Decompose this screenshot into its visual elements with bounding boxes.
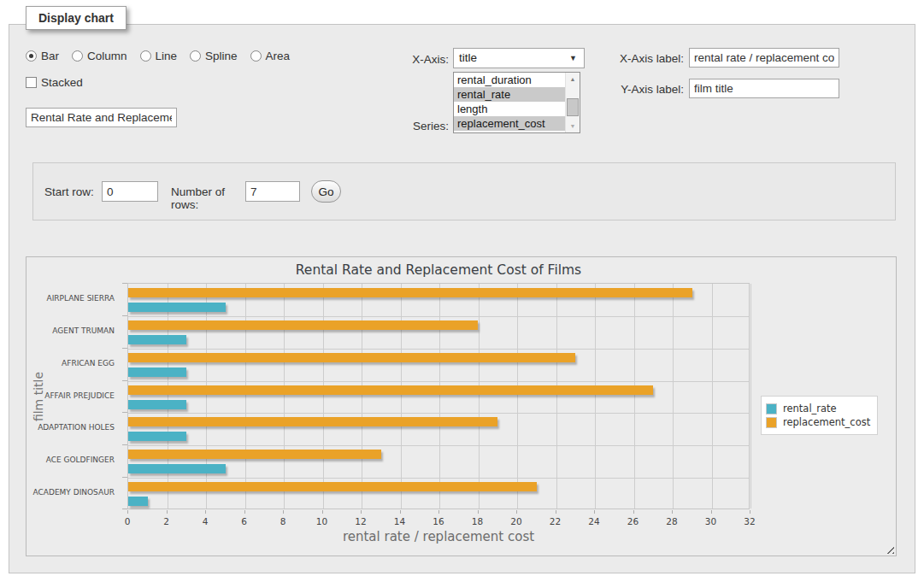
x-axis-label: X-Axis: bbox=[363, 53, 449, 66]
bar-rental_rate bbox=[128, 497, 148, 506]
start-row-label: Start row: bbox=[44, 185, 97, 198]
gridline bbox=[712, 284, 713, 509]
series-label: Series: bbox=[363, 120, 449, 132]
bar-rental_rate bbox=[128, 400, 186, 409]
chart-container: Rental Rate and Replacement Cost of Film… bbox=[26, 256, 897, 556]
bar-rental_rate bbox=[128, 432, 186, 441]
chart-type-radio-line[interactable]: Line bbox=[140, 50, 178, 62]
series-option-rental_rate[interactable]: rental_rate bbox=[454, 87, 565, 102]
chart-type-radio-bar[interactable]: Bar bbox=[26, 50, 59, 62]
bar-rental_rate bbox=[128, 367, 186, 377]
radio-label: Spline bbox=[205, 50, 238, 62]
y-tick-mark bbox=[122, 477, 127, 478]
bar-replacement_cost bbox=[128, 450, 381, 459]
chart-title: Rental Rate and Replacement Cost of Film… bbox=[127, 262, 750, 278]
radio-icon[interactable] bbox=[26, 50, 37, 62]
x-tick-label: 14 bbox=[387, 516, 413, 526]
gridline bbox=[401, 284, 402, 509]
x-tick-mark bbox=[711, 510, 712, 514]
x-tick-label: 32 bbox=[737, 516, 762, 526]
number-of-rows-label: Number of rows: bbox=[171, 185, 243, 211]
x-tick-mark bbox=[400, 510, 401, 514]
scroll-down-icon[interactable]: ▼ bbox=[566, 120, 580, 132]
resize-handle-icon[interactable] bbox=[884, 544, 894, 554]
x-axis-title: rental rate / replacement cost bbox=[127, 529, 750, 544]
x-tick-label: 6 bbox=[232, 516, 257, 526]
x-tick-label: 0 bbox=[115, 516, 140, 526]
go-button[interactable]: Go bbox=[311, 180, 341, 203]
chart-title-input[interactable] bbox=[26, 108, 177, 127]
x-tick-label: 24 bbox=[581, 516, 607, 526]
gridline bbox=[128, 413, 749, 414]
stacked-checkbox[interactable] bbox=[26, 77, 37, 88]
gridline bbox=[362, 284, 362, 509]
gridline bbox=[168, 284, 168, 509]
bar-rental_rate bbox=[128, 335, 186, 344]
number-of-rows-input[interactable] bbox=[245, 181, 300, 202]
series-listbox[interactable]: rental_durationrental_ratelengthreplacem… bbox=[453, 72, 580, 133]
bar-replacement_cost bbox=[128, 482, 537, 491]
legend-swatch bbox=[766, 403, 777, 414]
rows-panel bbox=[32, 162, 896, 220]
x-tick-mark bbox=[516, 510, 517, 514]
gridline bbox=[128, 349, 749, 350]
radio-icon[interactable] bbox=[72, 50, 83, 62]
chart-type-radio-column[interactable]: Column bbox=[72, 50, 127, 62]
gridline bbox=[206, 284, 207, 509]
series-option-rental_duration[interactable]: rental_duration bbox=[454, 73, 565, 87]
x-tick-label: 22 bbox=[543, 516, 568, 526]
y-axis-label-input[interactable] bbox=[689, 79, 839, 98]
x-axis-label-input[interactable] bbox=[689, 48, 839, 68]
x-tick-mark bbox=[672, 510, 673, 514]
legend-label: rental_rate bbox=[783, 403, 837, 414]
chart-legend: rental_ratereplacement_cost bbox=[761, 396, 878, 435]
radio-icon[interactable] bbox=[190, 50, 201, 62]
chart-type-radio-area[interactable]: Area bbox=[250, 50, 291, 62]
gridline bbox=[517, 284, 518, 509]
x-axis-select[interactable]: title ▼ bbox=[453, 48, 585, 68]
x-tick-label: 4 bbox=[192, 516, 218, 526]
bar-replacement_cost bbox=[128, 320, 478, 330]
gridline bbox=[750, 284, 751, 509]
y-tick-mark bbox=[122, 380, 127, 381]
scroll-up-icon[interactable]: ▲ bbox=[566, 73, 580, 85]
series-option-replacement_cost[interactable]: replacement_cost bbox=[454, 116, 565, 131]
x-tick-mark bbox=[438, 510, 439, 514]
gridline bbox=[128, 478, 749, 479]
x-tick-mark bbox=[633, 510, 634, 514]
start-row-input[interactable] bbox=[102, 181, 158, 202]
legend-label: replacement_cost bbox=[783, 416, 870, 428]
series-scrollbar[interactable]: ▲ ▼ bbox=[565, 73, 580, 132]
legend-item-replacement_cost: replacement_cost bbox=[766, 416, 870, 428]
radio-icon[interactable] bbox=[250, 50, 262, 62]
x-tick-mark bbox=[750, 510, 750, 514]
x-tick-label: 26 bbox=[621, 516, 646, 526]
y-tick-mark bbox=[122, 348, 127, 349]
scrollbar-thumb[interactable] bbox=[567, 98, 579, 116]
y-axis-tick-labels: AIRPLANE SIERRAAGENT TRUMANAFRICAN EGGAF… bbox=[26, 283, 122, 509]
stacked-checkbox-row[interactable]: Stacked bbox=[26, 76, 83, 89]
bar-replacement_cost bbox=[128, 417, 497, 426]
y-tick-mark bbox=[122, 412, 127, 413]
gridline bbox=[245, 284, 246, 509]
x-tick-mark bbox=[556, 510, 556, 514]
y-tick-mark bbox=[122, 283, 127, 284]
chart-type-radio-group: BarColumnLineSplineArea bbox=[26, 50, 290, 62]
gridline bbox=[439, 284, 440, 509]
chart-type-radio-spline[interactable]: Spline bbox=[190, 50, 238, 62]
bar-rental_rate bbox=[128, 464, 226, 473]
series-option-length[interactable]: length bbox=[454, 102, 565, 116]
gridline bbox=[634, 284, 635, 509]
gridline bbox=[128, 381, 749, 382]
gridline bbox=[323, 284, 324, 509]
x-axis-label-field-label: X-Axis label: bbox=[588, 52, 684, 65]
radio-label: Area bbox=[266, 50, 291, 62]
bar-replacement_cost bbox=[128, 385, 653, 395]
radio-icon[interactable] bbox=[140, 50, 151, 62]
y-tick-label: ACADEMY DINOSAUR bbox=[26, 477, 115, 509]
x-tick-mark bbox=[283, 510, 284, 514]
panel-title: Display chart bbox=[26, 6, 127, 30]
gridline bbox=[128, 445, 749, 446]
y-tick-label: AGENT TRUMAN bbox=[26, 315, 115, 348]
x-tick-mark bbox=[127, 510, 128, 514]
